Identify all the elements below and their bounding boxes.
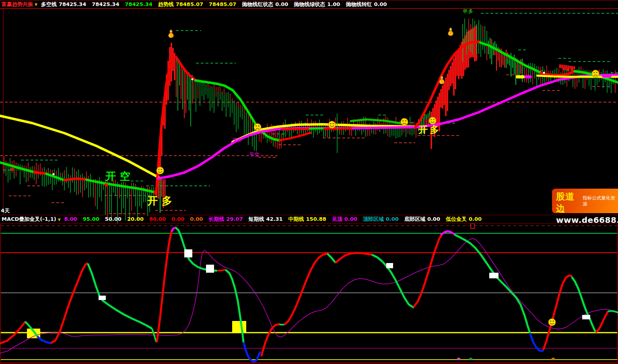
macd-named-value-2: 中期线150.88 xyxy=(288,216,326,222)
smiley-sad-icon xyxy=(254,123,261,131)
macd-named-value-3: 见顶0.00 xyxy=(332,216,357,222)
osc-main-curve xyxy=(572,278,595,331)
moneybag-icon xyxy=(169,30,174,38)
signal-dot xyxy=(192,78,194,80)
osc-main-curve xyxy=(38,337,51,343)
osc-main-curve xyxy=(373,255,413,307)
osc-white-square xyxy=(206,265,214,273)
trend-line-segment xyxy=(541,71,575,75)
osc-top-marker xyxy=(471,224,474,228)
osc-main-curve xyxy=(218,270,225,271)
osc-signal-line xyxy=(0,239,618,353)
macdbar-divider xyxy=(0,223,618,224)
osc-main-curve xyxy=(262,324,279,356)
osc-main-curve xyxy=(544,276,571,349)
osc-main-curve xyxy=(172,228,175,231)
macd-param-0: 8.00 xyxy=(64,216,77,222)
smiley-happy-icon xyxy=(429,117,436,124)
period-label: 4天 xyxy=(1,208,10,214)
osc-main-curve xyxy=(414,235,441,306)
watermark-tagline: 指标公式量化资源 xyxy=(583,195,616,207)
chart-canvas[interactable]: 开空开多开多平多平空早多4天 xyxy=(0,0,618,364)
panel-divider xyxy=(0,215,618,215)
trend-line-segment xyxy=(324,128,351,129)
macd-named-value-6: 低位金叉0.00 xyxy=(446,216,482,222)
smiley-sad-icon xyxy=(401,118,408,125)
trend-line-segment xyxy=(0,162,34,172)
macd-named-value-4: 顶部区域0.00 xyxy=(363,216,399,222)
smiley-happy-icon xyxy=(157,167,164,174)
osc-white-square xyxy=(184,249,192,257)
osc-main-curve xyxy=(608,311,618,313)
signal-dot xyxy=(154,191,157,194)
signal-label: 平多 xyxy=(233,137,242,143)
macd-param-3: 20.00 xyxy=(127,216,144,222)
signal-dot xyxy=(543,72,545,74)
macd-param-4: 80.00 xyxy=(149,216,166,222)
trend-line-segment xyxy=(64,179,87,180)
osc-main-curve xyxy=(88,264,103,301)
macd-indicator-bar: MACD叠加金叉(-1,1) ∨ 8.0095.0050.0020.0080.0… xyxy=(0,216,618,223)
signal-dot xyxy=(105,183,108,187)
moneybag-icon xyxy=(448,28,453,36)
osc-bottom-arc xyxy=(469,358,473,360)
trend-line-segment xyxy=(310,128,324,129)
osc-bottom-arc xyxy=(551,358,555,360)
smiley-happy-icon xyxy=(548,319,556,326)
signal-dot xyxy=(53,173,55,175)
macd-named-value-0: 长期线29.07 xyxy=(208,216,243,222)
osc-main-curve xyxy=(496,277,530,333)
macd-named-value-1: 短期线42.31 xyxy=(248,216,282,222)
watermark-ad: 股道边 指标公式量化资源 www.de6688.com xyxy=(552,189,618,213)
osc-bottom-arc xyxy=(457,358,461,360)
osc-main-curve xyxy=(244,343,260,362)
trading-app-window: 富赢趋势共振 ∨ 多空线78425.3478425.3478425.34趋势线7… xyxy=(0,0,618,364)
signal-label: 早多 xyxy=(463,8,474,14)
osc-main-curve xyxy=(285,254,327,324)
macd-param-5: 0.00 xyxy=(171,216,184,222)
signal-dot xyxy=(35,171,38,174)
macd-named-value-5: 底部区域0.00 xyxy=(404,216,440,222)
osc-main-curve xyxy=(596,312,608,332)
smiley-happy-icon xyxy=(328,121,336,128)
macd-indicator-values: 8.0095.0050.0020.0080.000.000.00长期线29.07… xyxy=(64,216,487,223)
osc-white-square xyxy=(489,273,499,278)
osc-main-curve xyxy=(103,301,151,328)
watermark-brand: 股道边 xyxy=(556,191,581,215)
osc-main-curve xyxy=(336,253,372,262)
osc-white-square xyxy=(386,263,393,268)
trend-line-segment xyxy=(282,129,310,130)
osc-yellow-block xyxy=(232,321,246,333)
watermark-url: www.de6688.com xyxy=(556,215,616,225)
osc-white-square xyxy=(99,296,106,300)
signal-label: 开空 xyxy=(105,170,134,182)
signal-label: 开多 xyxy=(418,124,441,135)
chevron-down-icon[interactable]: ∨ xyxy=(58,217,61,222)
osc-white-square xyxy=(582,315,590,319)
osc-main-curve xyxy=(157,231,172,341)
macd-param-1: 95.00 xyxy=(83,216,99,222)
macd-param-6: 0.00 xyxy=(190,216,203,222)
macd-indicator-name[interactable]: MACD叠加金叉(-1,1) xyxy=(2,216,56,223)
macd-param-2: 50.00 xyxy=(105,216,122,222)
signal-label: 平空 xyxy=(249,152,259,157)
osc-main-curve xyxy=(455,235,496,277)
signal-dot xyxy=(10,168,14,171)
smiley-sad-icon xyxy=(592,70,599,77)
osc-main-curve xyxy=(328,254,335,262)
signal-label: 开多 xyxy=(147,195,176,207)
trend-line-segment xyxy=(46,174,64,180)
osc-main-curve xyxy=(52,263,87,343)
trend-line-segment xyxy=(351,119,402,123)
